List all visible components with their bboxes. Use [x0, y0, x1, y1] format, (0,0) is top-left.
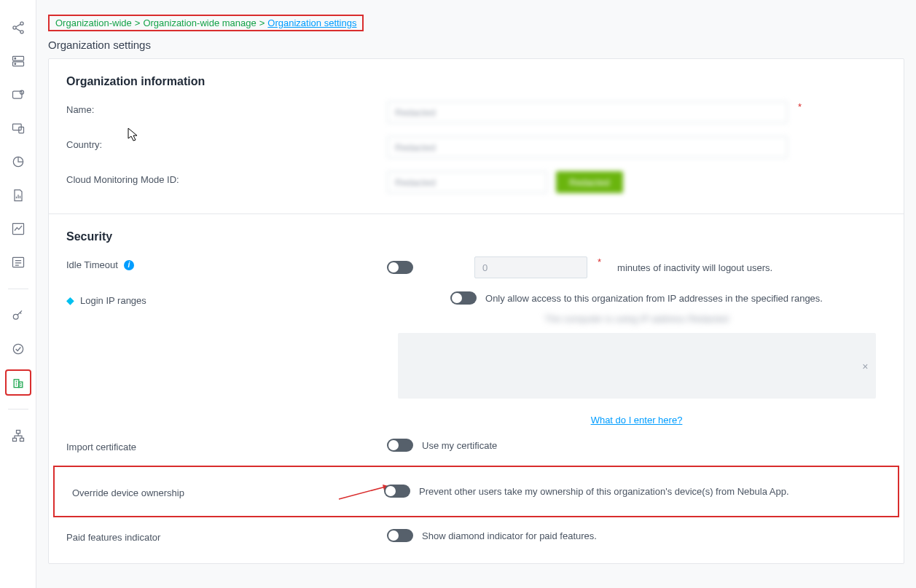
- svg-point-14: [13, 314, 18, 319]
- cmid-action-button[interactable]: Redacted: [556, 171, 623, 193]
- required-star: *: [598, 256, 601, 267]
- list-settings-icon[interactable]: [5, 249, 31, 275]
- paid-indicator-label: Paid features indicator: [66, 529, 387, 543]
- clear-icon[interactable]: ×: [862, 361, 868, 372]
- idle-timeout-suffix: minutes of inactivity will logout users.: [617, 262, 772, 273]
- breadcrumb-current[interactable]: Organization settings: [267, 17, 356, 28]
- share-icon[interactable]: [5, 15, 31, 41]
- page-title: Organization settings: [48, 39, 904, 51]
- row-cmid: Cloud Monitoring Mode ID: Redacted: [66, 171, 886, 193]
- required-star: *: [798, 101, 802, 112]
- section-title: Organization information: [66, 75, 886, 88]
- row-ip-ranges: ◆ Login IP ranges Only allow access to t…: [66, 291, 886, 426]
- row-name: Name: *: [66, 101, 886, 123]
- idle-timeout-label: Idle Timeout: [66, 259, 118, 270]
- svg-line-21: [339, 486, 388, 499]
- server-icon[interactable]: [5, 48, 31, 74]
- building-icon[interactable]: [5, 369, 31, 396]
- cmid-input[interactable]: [387, 171, 547, 193]
- section-org-info: Organization information Name: * Country…: [49, 59, 904, 213]
- override-highlight-box: Override device ownership Prevent other …: [53, 466, 899, 517]
- ip-ranges-label: Login IP ranges: [80, 295, 146, 306]
- main-content: Organization-wide > Organization-wide ma…: [36, 0, 916, 588]
- svg-point-2: [20, 31, 23, 34]
- breadcrumb-part[interactable]: Organization-wide manage: [143, 17, 256, 28]
- section-paid: Paid features indicator Show diamond ind…: [49, 522, 904, 563]
- diamond-icon: ◆: [66, 294, 74, 306]
- paid-indicator-desc: Show diamond indicator for paid features…: [422, 530, 597, 541]
- svg-rect-20: [20, 438, 23, 441]
- svg-point-15: [13, 344, 23, 353]
- breadcrumb-part[interactable]: Organization-wide: [55, 17, 132, 28]
- ip-current-text: The computer is using IP address Redacte…: [544, 313, 729, 324]
- svg-rect-18: [16, 431, 20, 434]
- override-desc: Prevent other users take my ownership of…: [419, 486, 789, 497]
- import-cert-desc: Use my certificate: [422, 440, 497, 451]
- line-chart-icon[interactable]: [5, 216, 31, 242]
- svg-point-1: [12, 26, 15, 29]
- sidebar-divider: [8, 289, 28, 289]
- ip-ranges-toggle[interactable]: [450, 291, 477, 305]
- sidebar: [0, 0, 36, 588]
- country-label: Country:: [66, 136, 387, 150]
- breadcrumb-sep: >: [135, 17, 141, 28]
- sidebar-divider: [8, 409, 28, 409]
- svg-rect-19: [12, 438, 16, 441]
- devices-icon[interactable]: [5, 115, 31, 141]
- import-cert-toggle[interactable]: [387, 439, 413, 452]
- row-import-cert: Import certificate Use my certificate: [66, 439, 886, 452]
- paid-indicator-toggle[interactable]: [387, 529, 413, 542]
- breadcrumb-sep: >: [259, 17, 265, 28]
- settings-panel: Organization information Name: * Country…: [48, 58, 904, 564]
- name-label: Name:: [66, 101, 387, 115]
- info-icon[interactable]: i: [124, 260, 134, 270]
- pie-chart-icon[interactable]: [5, 149, 31, 175]
- wallet-pin-icon[interactable]: [5, 82, 31, 108]
- ip-ranges-desc: Only allow access to this organization f…: [485, 293, 823, 304]
- row-override: Override device ownership Prevent other …: [72, 485, 880, 498]
- svg-rect-17: [18, 382, 22, 388]
- key-icon[interactable]: [5, 302, 31, 329]
- idle-timeout-input[interactable]: [474, 256, 587, 278]
- ip-help-link[interactable]: What do I enter here?: [591, 415, 683, 426]
- row-paid-indicator: Paid features indicator Show diamond ind…: [66, 529, 886, 543]
- svg-point-0: [20, 22, 23, 25]
- svg-point-5: [15, 58, 16, 59]
- sitemap-icon[interactable]: [5, 423, 31, 449]
- import-cert-label: Import certificate: [66, 439, 387, 452]
- override-toggle[interactable]: [384, 485, 410, 498]
- breadcrumb: Organization-wide > Organization-wide ma…: [48, 15, 364, 31]
- report-icon[interactable]: [5, 182, 31, 208]
- name-input[interactable]: [387, 101, 788, 123]
- ip-ranges-textarea[interactable]: ×: [398, 333, 876, 399]
- row-country: Country:: [66, 136, 886, 158]
- section-title: Security: [66, 230, 886, 243]
- svg-point-6: [15, 63, 16, 65]
- country-select[interactable]: [387, 136, 788, 158]
- idle-timeout-toggle[interactable]: [387, 261, 413, 274]
- row-idle-timeout: Idle Timeout i * minutes of inactivity w…: [66, 256, 886, 278]
- section-security: Security Idle Timeout i * minutes of ina…: [49, 213, 904, 452]
- check-circle-icon[interactable]: [5, 336, 31, 362]
- cmid-label: Cloud Monitoring Mode ID:: [66, 171, 387, 185]
